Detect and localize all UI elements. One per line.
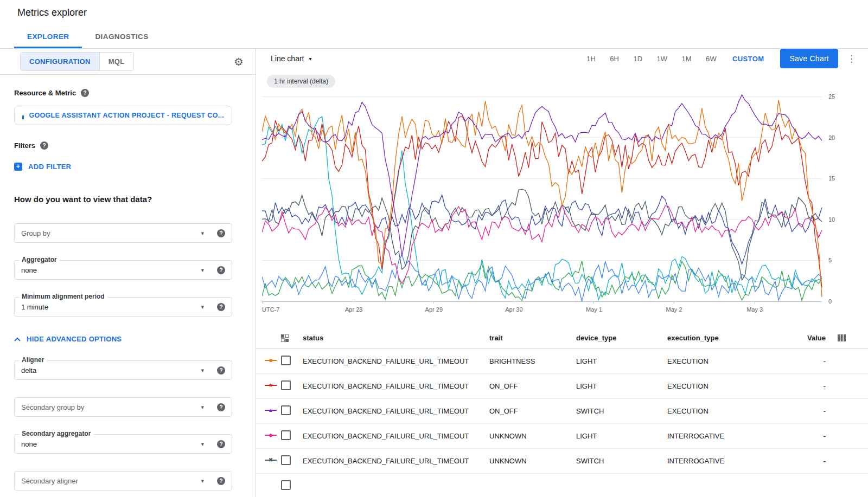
status-cell: EXECUTION_BACKEND_FAILURE_URL_TIMEOUT xyxy=(303,357,489,365)
alignment-period-field: Minimum alignment period 1 minute ▾ ? xyxy=(14,297,232,317)
series-marker-icon: ✖ xyxy=(265,456,277,464)
tab-explorer[interactable]: EXPLORER xyxy=(14,25,82,48)
row-checkbox[interactable] xyxy=(281,430,291,440)
metric-selector-label: GOOGLE ASSISTANT ACTION PROJECT - REQUES… xyxy=(29,112,225,119)
settings-gear-icon[interactable]: ⚙ xyxy=(234,56,244,67)
help-icon[interactable]: ? xyxy=(217,229,225,237)
execution-type-cell: INTERROGATIVE xyxy=(667,432,787,440)
row-checkbox[interactable] xyxy=(281,455,291,465)
field-value: 1 minute xyxy=(21,303,48,311)
range-1m-button[interactable]: 1M xyxy=(674,50,699,67)
trait-cell: BRIGHTNESS xyxy=(489,357,576,365)
svg-text:Apr 30: Apr 30 xyxy=(505,306,522,313)
page-title: Metrics explorer xyxy=(17,7,87,18)
field-value: Secondary group by xyxy=(21,403,84,411)
row-checkbox[interactable] xyxy=(281,380,291,390)
field-value: delta xyxy=(21,366,36,375)
execution-type-cell: EXECUTION xyxy=(667,407,787,415)
value-cell: - xyxy=(787,457,826,465)
secondary-aligner-field: Secondary aligner ▾ ? xyxy=(14,471,232,490)
page-header: Metrics explorer xyxy=(0,0,868,25)
hide-advanced-options-button[interactable]: HIDE ADVANCED OPTIONS xyxy=(14,335,241,343)
add-icon: + xyxy=(14,163,22,171)
col-trait: trait xyxy=(489,334,576,342)
device-type-cell: SWITCH xyxy=(576,407,667,415)
value-cell: - xyxy=(787,432,826,440)
chart-type-select[interactable]: Line chart ▾ xyxy=(271,54,312,63)
view-data-question: How do you want to view that data? xyxy=(14,195,241,204)
series-marker-icon: ◆ xyxy=(265,431,277,439)
svg-text:10: 10 xyxy=(828,216,835,223)
tab-mql[interactable]: MQL xyxy=(99,53,133,70)
trait-cell: ON_OFF xyxy=(489,382,576,390)
svg-text:UTC-7: UTC-7 xyxy=(262,306,279,313)
metric-selector-button[interactable]: GOOGLE ASSISTANT ACTION PROJECT - REQUES… xyxy=(14,106,232,125)
help-icon[interactable]: ? xyxy=(40,141,48,150)
column-settings-icon[interactable] xyxy=(838,334,846,341)
legend-toggle-icon[interactable] xyxy=(281,334,289,342)
col-value: Value xyxy=(787,334,826,342)
chart-area: Line chart ▾ 1H 6H 1D 1W 1M 6W CUSTOM Sa… xyxy=(256,49,868,497)
series-table: status trait device_type execution_type … xyxy=(256,327,868,497)
help-icon[interactable]: ? xyxy=(217,266,225,274)
secondary-group-by-field: Secondary group by ▾ ? xyxy=(14,397,232,417)
table-row: ◆EXECUTION_BACKEND_FAILURE_URL_TIMEOUTUN… xyxy=(256,424,868,449)
configuration-panel: CONFIGURATION MQL ⚙ Resource & Metric ? … xyxy=(0,49,256,497)
add-filter-label: ADD FILTER xyxy=(28,163,71,171)
value-cell: - xyxy=(787,357,826,365)
interval-chip: 1 hr interval (delta) xyxy=(267,75,335,88)
chevron-down-icon: ▾ xyxy=(201,304,204,311)
tab-configuration[interactable]: CONFIGURATION xyxy=(21,53,99,70)
svg-text:Apr 29: Apr 29 xyxy=(425,306,443,313)
row-checkbox[interactable] xyxy=(281,356,291,365)
status-cell: EXECUTION_BACKEND_FAILURE_URL_TIMEOUT xyxy=(303,382,489,390)
secondary-group-by-select[interactable]: Secondary group by ▾ ? xyxy=(14,397,232,417)
help-icon[interactable]: ? xyxy=(217,366,225,375)
chevron-down-icon: ▾ xyxy=(201,477,204,485)
range-6h-button[interactable]: 6H xyxy=(603,50,626,67)
range-6w-button[interactable]: 6W xyxy=(699,50,724,67)
series-marker-icon: ■ xyxy=(265,357,277,364)
chevron-down-icon: ▾ xyxy=(201,267,204,274)
save-chart-button[interactable]: Save Chart xyxy=(780,49,838,68)
resource-metric-label: Resource & Metric xyxy=(14,89,76,97)
svg-text:15: 15 xyxy=(828,175,835,182)
secondary-aligner-select[interactable]: Secondary aligner ▾ ? xyxy=(14,471,232,490)
help-icon[interactable]: ? xyxy=(217,403,225,411)
hide-advanced-options-label: HIDE ADVANCED OPTIONS xyxy=(27,335,122,343)
secondary-aggregator-field: Secondary aggregator none ▾ ? xyxy=(14,434,232,454)
filters-label: Filters xyxy=(14,141,35,150)
row-checkbox[interactable] xyxy=(281,405,291,415)
device-type-cell: LIGHT xyxy=(576,382,667,390)
range-1d-button[interactable]: 1D xyxy=(626,50,649,67)
help-icon[interactable]: ? xyxy=(217,440,225,448)
filters-section: Filters ? xyxy=(14,141,241,150)
field-value: Secondary aligner xyxy=(21,477,78,485)
help-icon[interactable]: ? xyxy=(81,89,89,97)
trait-cell: UNKNOWN xyxy=(489,457,576,465)
chevron-down-icon: ▾ xyxy=(309,56,311,62)
value-cell: - xyxy=(787,382,826,390)
chevron-up-icon xyxy=(14,337,21,341)
range-1w-button[interactable]: 1W xyxy=(649,50,674,67)
value-cell: - xyxy=(787,407,826,415)
device-type-cell: LIGHT xyxy=(576,357,667,365)
help-icon[interactable]: ? xyxy=(217,303,225,311)
range-1h-button[interactable]: 1H xyxy=(579,50,603,67)
svg-text:5: 5 xyxy=(828,257,832,263)
range-custom-button[interactable]: CUSTOM xyxy=(724,50,773,67)
execution-type-cell: EXECUTION xyxy=(667,382,787,390)
tab-diagnostics[interactable]: DIAGNOSTICS xyxy=(82,25,161,48)
more-vert-icon[interactable]: ⋮ xyxy=(847,53,856,64)
status-cell: EXECUTION_BACKEND_FAILURE_URL_TIMEOUT xyxy=(303,432,489,440)
field-label: Aggregator xyxy=(19,256,60,263)
group-by-select[interactable]: Group by ▾ ? xyxy=(14,223,232,243)
help-icon[interactable]: ? xyxy=(217,477,225,485)
add-filter-button[interactable]: + ADD FILTER xyxy=(14,163,241,171)
chevron-down-icon: ▾ xyxy=(201,404,204,411)
svg-text:0: 0 xyxy=(828,298,832,305)
series-marker-icon: ▲ xyxy=(265,406,277,414)
resource-metric-section: Resource & Metric ? xyxy=(14,89,241,97)
row-checkbox[interactable] xyxy=(281,480,291,490)
chart-type-label: Line chart xyxy=(271,54,304,63)
